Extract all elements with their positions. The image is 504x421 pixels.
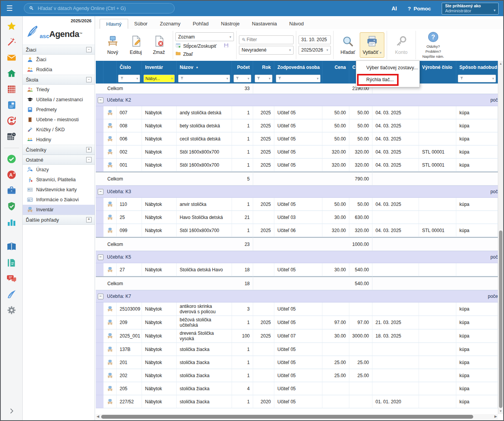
table-row[interactable]: 209Nábytokbéžová stolička učiteľská12025… (96, 316, 498, 329)
tab-pohľad[interactable]: Pohľad (187, 19, 215, 29)
substitution-icon[interactable] (6, 115, 17, 126)
column-header-vyrobne[interactable]: Výrobné číslo (419, 61, 456, 74)
tab-súbor[interactable]: Súbor (128, 19, 154, 29)
save-icon[interactable] (224, 43, 229, 49)
collapse-icon[interactable]: - (86, 47, 92, 52)
table-row[interactable]: 202Nábytokstolička žiacka1Učiteľ 0525.00… (96, 369, 498, 382)
grand-total-row[interactable]: Celkom332190.00 (96, 84, 498, 94)
chevron-right-icon[interactable] (6, 406, 17, 416)
tab-hlavný[interactable]: Hlavný (100, 19, 128, 29)
tab-nastavenia[interactable]: Nastavenia (246, 19, 283, 29)
grades-icon[interactable]: A (6, 169, 17, 180)
sidebar-section-ostatn-[interactable]: Ostatné- (23, 155, 95, 165)
column-header-osoba[interactable]: Zodpovedná osoba (274, 61, 322, 74)
sidebar-item-n-v-tevn-cke-karty[interactable]: Návštevnícke karty (23, 185, 95, 195)
sidebar-item-u-itelia-zamestnanci[interactable]: Učitelia / zamestnanci (23, 95, 95, 105)
table-row[interactable]: 201Nábytokstolička žiacka1Učiteľ 0525.00… (96, 356, 498, 369)
sidebar-section--iaci[interactable]: Žiaci- (23, 45, 95, 55)
sidebar-item-predmety[interactable]: Predmety (23, 105, 95, 115)
table-row[interactable]: 006Nábytokcecil stolička detská12025Učit… (96, 132, 498, 145)
search-records-button[interactable]: Hľadať (336, 33, 360, 57)
sidebar-section--kola[interactable]: Škola- (23, 75, 95, 85)
briefcase-icon[interactable] (6, 185, 17, 196)
sidebar-item--razy[interactable]: Úrazy (23, 165, 95, 175)
sidebar-section--al-ie-poh-ady[interactable]: Ďalšie pohľady+ (23, 215, 95, 225)
expand-icon[interactable]: + (86, 217, 92, 222)
expand-icon[interactable]: + (86, 147, 92, 152)
tab-nástroje[interactable]: Nástroje (215, 19, 245, 29)
horizontal-scrollbar[interactable]: ◀ ▶ (96, 414, 498, 419)
sidebar-item-kr-ky-kd[interactable]: Krúžky / ŠKD (23, 125, 95, 135)
column-header-expand[interactable] (96, 61, 103, 74)
group-row-u-eb-a-k3[interactable]: −Učebňa: K3poč (96, 185, 498, 198)
pen-icon[interactable] (6, 289, 17, 300)
sidebar-item-inform-cie-o-iakovi[interactable]: Informácie o žiakovi (23, 195, 95, 205)
table-row[interactable]: 137BNábytokstolička žiacka1Učiteľ 05kúpa (96, 343, 498, 356)
table-row[interactable]: 007Nábytokandy stolička detská12025Učite… (96, 106, 498, 119)
columns-group-button[interactable]: Stĺpce/Zoskupiť (175, 43, 234, 49)
column-header-pocet[interactable]: Počet (232, 61, 253, 74)
collapse-icon[interactable]: - (86, 77, 92, 82)
column-header-sposob[interactable]: Spôsob nadobudnutia (456, 61, 498, 74)
messages-icon[interactable] (6, 273, 17, 284)
collapse-group-icon[interactable]: − (98, 97, 103, 103)
table-row[interactable]: 227/52Nábytokstolička žiacka12020Učiteľ … (96, 395, 498, 408)
home-icon[interactable] (6, 68, 17, 79)
sidebar-item-hodiny[interactable]: Hodiny (23, 135, 95, 145)
column-header-nazov[interactable]: Názov▲ (177, 61, 232, 74)
shield-icon[interactable] (6, 201, 17, 212)
column-header-cislo[interactable]: Číslo (117, 61, 142, 74)
group-total-row[interactable]: Celkom231000.00 (96, 237, 498, 251)
view-select[interactable]: Zoznam▾ (175, 32, 234, 41)
new-button[interactable]: Nový (101, 35, 124, 55)
scroll-left-icon[interactable]: ◀ (97, 414, 99, 418)
group-row-u-eb-a-k5[interactable]: −Učebňa: K5poč (96, 251, 498, 263)
state-select[interactable]: Nevyradené▾ (239, 46, 294, 55)
table-row[interactable]: 205Nábytokstolička žiacka4Učiteľ 05kúpa (96, 382, 498, 395)
table-row[interactable]: 25103009Nábytokantikoro skrinka dverová … (96, 302, 498, 316)
collapse-group-icon[interactable]: − (98, 294, 103, 299)
tab-zoznamy[interactable]: Zoznamy (154, 19, 186, 29)
filter-box-cislo[interactable]: ▾ (118, 75, 140, 82)
vertical-scroll-thumb[interactable] (499, 231, 502, 408)
scroll-right-icon[interactable]: ▶ (494, 414, 497, 418)
sidebar-section--seln-ky[interactable]: Číselníky+ (23, 145, 95, 155)
timetable-icon[interactable] (6, 84, 17, 95)
filter-input[interactable] (246, 37, 291, 43)
collapse-icon[interactable]: - (86, 157, 92, 162)
group-row-u-eb-a-k2[interactable]: −Učebňa: K2poč (96, 94, 498, 106)
ai-button[interactable]: AI (392, 5, 397, 12)
edit-button[interactable]: Edituj (124, 35, 147, 55)
library-icon[interactable] (6, 242, 17, 252)
table-row[interactable]: 25NábytokHavo Stolička detská21Učiteľ 03… (96, 211, 498, 224)
sidebar-item--iaci[interactable]: Žiaci (23, 55, 95, 65)
group-row-u-eb-a-k7[interactable]: −Učebňa: K7poče (96, 290, 498, 302)
delete-button[interactable]: Zmaž (147, 35, 170, 55)
account-button[interactable]: Konto (389, 33, 413, 57)
chart-icon[interactable] (6, 217, 17, 227)
group-total-row[interactable]: Celkom5790.00 (96, 172, 498, 185)
global-search[interactable]: 🔍︎ (24, 3, 175, 13)
filter-box-pocet[interactable]: ▾ (234, 75, 251, 82)
sidebar-item-triedy[interactable]: Triedy (23, 85, 95, 95)
year-select[interactable]: 2025/2026▾ (299, 46, 331, 55)
hamburger-menu-icon[interactable]: ☰ (6, 4, 17, 13)
tab-návod[interactable]: Návod (283, 19, 310, 29)
collapse-button[interactable]: Zbaľ (175, 51, 234, 57)
sidebar-item-rodi-ia[interactable]: Rodičia (23, 65, 95, 75)
filter-box-osoba[interactable]: ▾ (276, 75, 320, 82)
sidebar-item-stravn-ci-platitelia[interactable]: Stravníci, Platitelia (23, 175, 95, 185)
vertical-scrollbar[interactable]: ▲ ▼ (498, 61, 503, 414)
date-field[interactable]: 31. 10. 2025 (299, 35, 331, 44)
print-button[interactable]: Vytlačiť ▾ (360, 32, 384, 58)
filter-box-rok[interactable]: ▾ (255, 75, 272, 82)
table-row[interactable]: 2025_001Nábytokdrevená Stolička vysoká10… (96, 329, 498, 343)
search-input[interactable] (37, 5, 170, 12)
contact-support-button[interactable]: ? Otázky? Problém? Napíšte nám. (418, 31, 448, 58)
scroll-down-icon[interactable]: ▼ (498, 409, 503, 413)
table-row[interactable]: 110Nábytokanvir stolička12025Učiteľ 0550… (96, 198, 498, 211)
table-row[interactable]: 001NábytokStôl 1600x800x70012025Učiteľ 0… (96, 159, 498, 172)
filter-box-inventar[interactable]: Nábyt...▾ (144, 75, 175, 82)
column-header-icon[interactable] (103, 61, 117, 74)
table-row[interactable]: 27NábytokStolička detská Havo18Učiteľ 05… (96, 263, 498, 276)
